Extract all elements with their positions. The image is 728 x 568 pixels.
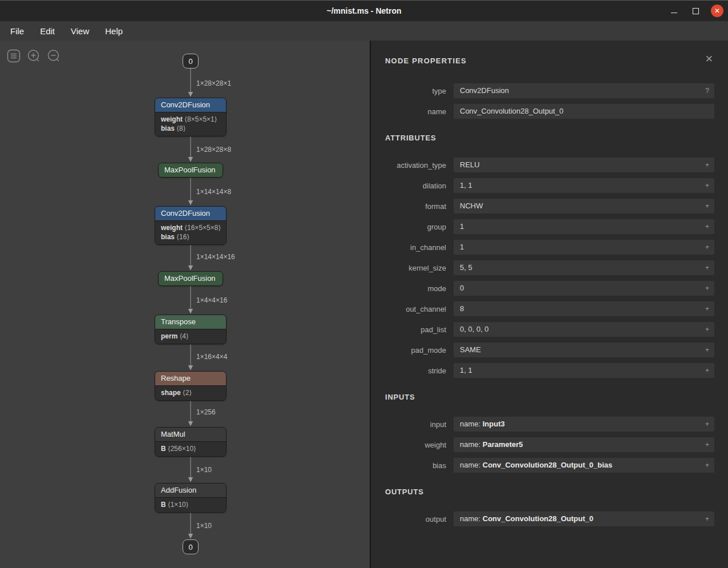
attributes-section-title: ATTRIBUTES xyxy=(385,134,714,142)
menu-view[interactable]: View xyxy=(64,24,96,38)
node-title: AddFusion xyxy=(161,486,196,494)
graph-node-addfusion[interactable]: AddFusion B ⟨1×10⟩ xyxy=(155,483,227,513)
property-label: name xyxy=(385,107,454,116)
attribute-value-field[interactable]: 5, 5+ xyxy=(454,260,714,275)
edge-shape-label: 1×16×4×4 xyxy=(196,353,227,361)
attribute-value-field[interactable]: 0+ xyxy=(454,281,714,296)
edge-shape-label: 1×28×28×1 xyxy=(196,79,231,87)
edge-shape-label: 1×4×4×16 xyxy=(196,296,227,304)
name-value-field[interactable]: Conv_Convolution28_Output_0 xyxy=(454,104,714,119)
type-value-field[interactable]: Conv2DFusion ? xyxy=(454,83,714,98)
node-properties-panel: NODE PROPERTIES ✕ type Conv2DFusion ? na… xyxy=(371,41,728,568)
close-button[interactable]: ✕ xyxy=(711,5,723,17)
attribute-row: kernel_size 5, 5+ xyxy=(385,260,714,275)
help-icon[interactable]: ? xyxy=(705,83,709,98)
zoom-out-icon[interactable] xyxy=(47,49,60,63)
expand-icon[interactable]: + xyxy=(705,301,709,316)
output-row: output name: Conv_Convolution28_Output_0… xyxy=(385,511,714,526)
graph-canvas[interactable]: 1×28×28×1 1×28×28×8 1×14×14×8 1×14×14×16… xyxy=(0,41,371,568)
graph-node-reshape[interactable]: Reshape shape ⟨2⟩ xyxy=(155,371,227,401)
attribute-value-field[interactable]: SAME+ xyxy=(454,343,714,357)
app-window: ~/mnist.ms - Netron ✕ File Edit View Hel… xyxy=(0,0,728,568)
edge-shape-label: 1×10 xyxy=(196,466,212,474)
panel-title: NODE PROPERTIES xyxy=(385,54,467,65)
edge-shape-label: 1×28×28×8 xyxy=(196,146,231,154)
close-icon[interactable]: ✕ xyxy=(704,54,714,64)
expand-icon[interactable]: + xyxy=(705,511,709,526)
graph-node-transpose[interactable]: Transpose perm ⟨4⟩ xyxy=(155,315,227,344)
attribute-row: activation_type RELU+ xyxy=(385,158,714,172)
node-title: Conv2DFusion xyxy=(161,100,210,109)
expand-icon[interactable]: + xyxy=(705,343,709,357)
expand-icon[interactable]: + xyxy=(705,199,709,213)
attribute-row: pad_list 0, 0, 0, 0+ xyxy=(385,322,714,337)
input-value-field[interactable]: name: Conv_Convolution28_Output_0_bias+ xyxy=(454,458,714,473)
attribute-row: stride 1, 1+ xyxy=(385,363,714,378)
graph-node-conv2dfusion-2[interactable]: Conv2DFusion weight ⟨16×5×5×8⟩ bias ⟨16⟩ xyxy=(155,206,227,245)
expand-icon[interactable]: + xyxy=(705,281,709,296)
edge-shape-label: 1×10 xyxy=(196,522,212,530)
graph-node-conv2dfusion-1[interactable]: Conv2DFusion weight ⟨8×5×5×1⟩ bias ⟨8⟩ xyxy=(155,98,227,136)
zoom-in-icon[interactable] xyxy=(27,49,41,63)
expand-icon[interactable]: + xyxy=(705,458,709,473)
attribute-row: in_channel 1+ xyxy=(385,240,714,255)
expand-icon[interactable]: + xyxy=(705,240,709,255)
inputs-section-title: INPUTS xyxy=(385,393,714,401)
node-title: MatMul xyxy=(161,430,185,438)
attribute-value-field[interactable]: 8+ xyxy=(454,301,714,316)
node-title: MaxPoolFusion xyxy=(164,274,216,283)
expand-icon[interactable]: + xyxy=(705,260,709,275)
property-row-name: name Conv_Convolution28_Output_0 xyxy=(385,104,714,119)
attribute-value-field[interactable]: NCHW+ xyxy=(454,199,714,213)
window-controls: ✕ xyxy=(668,1,723,21)
menu-edit[interactable]: Edit xyxy=(33,24,62,38)
expand-icon[interactable]: + xyxy=(705,417,709,432)
property-label: type xyxy=(385,87,454,95)
graph-node-maxpoolfusion-2[interactable]: MaxPoolFusion xyxy=(158,271,223,286)
attribute-row: out_channel 8+ xyxy=(385,301,714,316)
attribute-row: mode 0+ xyxy=(385,281,714,296)
graph-input-node[interactable]: 0 xyxy=(183,54,199,69)
node-title: Transpose xyxy=(161,317,196,326)
expand-icon[interactable]: + xyxy=(705,322,709,337)
attribute-value-field[interactable]: RELU+ xyxy=(454,158,714,172)
input-value-field[interactable]: name: Input3+ xyxy=(454,417,714,432)
maximize-button[interactable] xyxy=(689,5,702,17)
expand-icon[interactable]: + xyxy=(705,363,709,378)
menu-file[interactable]: File xyxy=(3,24,31,38)
menu-bar: File Edit View Help xyxy=(0,21,728,41)
edge-shape-label: 1×256 xyxy=(196,408,216,416)
graph-node-maxpoolfusion-1[interactable]: MaxPoolFusion xyxy=(158,163,223,178)
maximize-icon xyxy=(693,8,699,14)
attribute-value-field[interactable]: 1, 1+ xyxy=(454,363,714,378)
main-content: 1×28×28×1 1×28×28×8 1×14×14×8 1×14×14×16… xyxy=(0,41,728,568)
input-value-field[interactable]: name: Parameter5+ xyxy=(454,437,714,452)
attribute-value-field[interactable]: 0, 0, 0, 0+ xyxy=(454,322,714,337)
output-value-field[interactable]: name: Conv_Convolution28_Output_0+ xyxy=(454,511,714,526)
minimize-button[interactable] xyxy=(668,5,680,17)
attribute-value-field[interactable]: 1+ xyxy=(454,240,714,255)
close-icon: ✕ xyxy=(714,7,720,14)
outputs-section-title: OUTPUTS xyxy=(385,488,714,496)
expand-icon[interactable]: + xyxy=(705,158,709,172)
expand-icon[interactable]: + xyxy=(705,178,709,193)
expand-icon[interactable]: + xyxy=(705,219,709,234)
input-row: bias name: Conv_Convolution28_Output_0_b… xyxy=(385,458,714,473)
edge-shape-label: 1×14×14×16 xyxy=(196,253,235,261)
graph-node-matmul[interactable]: MatMul B ⟨256×10⟩ xyxy=(155,427,227,457)
node-title: Conv2DFusion xyxy=(161,209,210,217)
menu-help[interactable]: Help xyxy=(98,24,130,38)
expand-icon[interactable]: + xyxy=(705,437,709,452)
attribute-row: pad_mode SAME+ xyxy=(385,343,714,357)
input-row: weight name: Parameter5+ xyxy=(385,437,714,452)
graph-output-node[interactable]: 0 xyxy=(183,539,199,554)
graph-toolbar xyxy=(7,49,60,63)
attribute-row: group 1+ xyxy=(385,219,714,234)
attribute-row: format NCHW+ xyxy=(385,199,714,213)
minimize-icon xyxy=(671,13,677,13)
menu-icon[interactable] xyxy=(7,49,21,63)
property-row-type: type Conv2DFusion ? xyxy=(385,83,714,98)
attribute-value-field[interactable]: 1+ xyxy=(454,219,714,234)
attribute-value-field[interactable]: 1, 1+ xyxy=(454,178,714,193)
window-title: ~/mnist.ms - Netron xyxy=(326,6,401,15)
